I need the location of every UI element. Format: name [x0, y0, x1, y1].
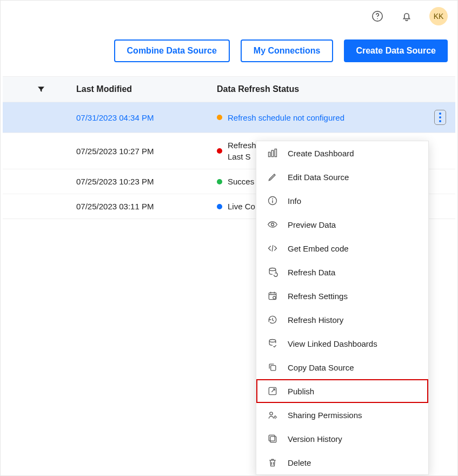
status-text: Live Co	[228, 202, 255, 211]
menu-item-label: Get Embed code	[288, 244, 349, 253]
menu-item-copy-data-source[interactable]: Copy Data Source	[256, 355, 428, 379]
linked-icon	[267, 338, 278, 349]
menu-item-label: Refresh Settings	[288, 292, 348, 301]
cell-last-modified: 07/25/2023 10:27 PM	[76, 147, 217, 156]
menu-item-label: Info	[288, 196, 301, 206]
avatar[interactable]: KK	[429, 7, 448, 25]
menu-item-refresh-history[interactable]: Refresh History	[256, 308, 428, 332]
help-icon[interactable]	[371, 10, 384, 23]
share-icon	[267, 409, 278, 420]
cell-actions	[428, 110, 452, 125]
status-text-line2: Last S	[228, 152, 256, 161]
status-dot-icon	[217, 148, 222, 154]
combine-data-source-button[interactable]: Combine Data Source	[114, 39, 230, 62]
menu-item-label: Edit Data Source	[288, 173, 349, 182]
menu-item-get-embed-code[interactable]: Get Embed code	[256, 236, 428, 260]
history-icon	[267, 314, 278, 325]
dashboard-icon	[267, 148, 278, 158]
menu-item-info[interactable]: Info	[256, 189, 428, 213]
cell-last-modified: 07/25/2023 03:11 PM	[76, 202, 217, 211]
menu-item-refresh-data[interactable]: Refresh Data	[256, 260, 428, 284]
refresh-data-icon	[267, 267, 278, 277]
col-last-modified[interactable]: Last Modified	[76, 84, 217, 94]
filter-icon[interactable]	[37, 85, 45, 94]
menu-item-edit-data-source[interactable]: Edit Data Source	[256, 165, 428, 189]
cell-last-modified: 07/31/2023 04:34 PM	[76, 113, 217, 122]
my-connections-button[interactable]: My Connections	[241, 39, 334, 62]
code-icon	[267, 243, 278, 254]
copy-icon	[267, 362, 278, 373]
cell-last-modified: 07/25/2023 10:23 PM	[76, 177, 217, 186]
cell-refresh-status: Refresh schedule not configured	[217, 113, 428, 122]
edit-icon	[267, 171, 278, 182]
row-context-menu: Create DashboardEdit Data SourceInfoPrev…	[256, 141, 429, 475]
status-dot-icon	[217, 179, 222, 184]
menu-item-label: Preview Data	[288, 220, 336, 229]
status-text: Succes	[228, 177, 254, 186]
menu-item-label: Delete	[288, 458, 311, 467]
menu-item-label: Publish	[288, 387, 314, 396]
col-refresh-status[interactable]: Data Refresh Status	[217, 84, 452, 94]
publish-icon	[267, 386, 278, 396]
svg-point-1	[377, 18, 378, 19]
info-icon	[267, 195, 278, 206]
menu-item-label: Version History	[288, 434, 342, 444]
menu-item-label: Refresh Data	[288, 268, 335, 277]
menu-item-version-history[interactable]: Version History	[256, 427, 428, 451]
menu-item-view-linked-dashboards[interactable]: View Linked Dashboards	[256, 332, 428, 355]
status-dot-icon	[217, 204, 222, 209]
status-text[interactable]: Refresh schedule not configured	[228, 113, 344, 122]
table-row[interactable]: 07/31/2023 04:34 PMRefresh schedule not …	[3, 102, 455, 133]
create-data-source-button[interactable]: Create Data Source	[344, 39, 448, 62]
menu-item-label: Refresh History	[288, 315, 343, 325]
menu-item-label: Sharing Permissions	[288, 411, 362, 420]
menu-item-label: View Linked Dashboards	[288, 339, 377, 348]
action-row: Combine Data Source My Connections Creat…	[1, 30, 457, 76]
menu-item-preview-data[interactable]: Preview Data	[256, 213, 428, 236]
table-header: Last Modified Data Refresh Status	[3, 77, 455, 102]
menu-item-create-dashboard[interactable]: Create Dashboard	[256, 141, 428, 165]
bell-icon[interactable]	[400, 10, 413, 23]
delete-icon	[267, 457, 278, 468]
preview-icon	[267, 219, 278, 230]
version-icon	[267, 433, 278, 444]
menu-item-delete[interactable]: Delete	[256, 451, 428, 474]
menu-item-publish[interactable]: Publish	[256, 379, 428, 403]
status-dot-icon	[217, 115, 222, 120]
menu-item-refresh-settings[interactable]: Refresh Settings	[256, 284, 428, 308]
menu-item-sharing-permissions[interactable]: Sharing Permissions	[256, 403, 428, 427]
refresh-settings-icon	[267, 290, 278, 301]
menu-item-label: Copy Data Source	[288, 363, 354, 372]
status-text: Refresh	[228, 141, 256, 150]
menu-item-label: Create Dashboard	[288, 149, 354, 158]
row-actions-menu-button[interactable]	[434, 110, 446, 125]
top-bar: KK	[1, 1, 457, 30]
